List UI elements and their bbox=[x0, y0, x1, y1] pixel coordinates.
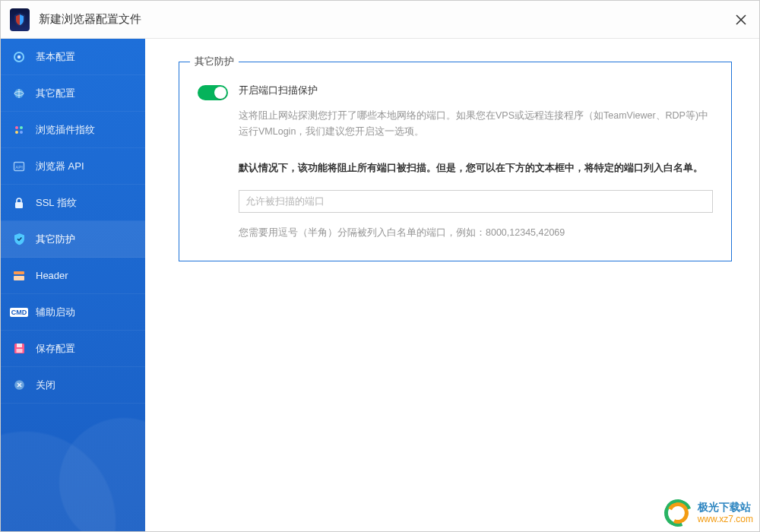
port-whitelist-input-wrap bbox=[239, 190, 713, 213]
gear-icon bbox=[11, 49, 27, 65]
sidebar-item-label: Header bbox=[36, 270, 68, 281]
svg-rect-14 bbox=[14, 271, 24, 274]
sidebar-item-ssl-fingerprint[interactable]: SSL 指纹 bbox=[1, 185, 145, 221]
sidebar-item-label: 保存配置 bbox=[36, 342, 75, 356]
svg-point-8 bbox=[20, 126, 23, 129]
sidebar-item-browser-api[interactable]: API 浏览器 API bbox=[1, 148, 145, 185]
svg-text:API: API bbox=[15, 165, 23, 169]
globe-icon bbox=[11, 86, 27, 101]
watermark-title: 极光下载站 bbox=[698, 501, 753, 514]
svg-point-3 bbox=[17, 55, 21, 58]
watermark-text: 极光下载站 www.xz7.com bbox=[698, 501, 753, 524]
toggle-knob bbox=[214, 87, 226, 99]
main-panel: 其它防护 开启端口扫描保护 这将阻止网站探测您打开了哪些本地网络的端口。如果您在… bbox=[145, 39, 759, 531]
sidebar-item-label: 其它防护 bbox=[36, 233, 75, 246]
port-whitelist-hint: 您需要用逗号（半角）分隔被列入白名单的端口，例如：8000,12345,4206… bbox=[239, 226, 713, 239]
title-bar: 新建浏览器配置文件 bbox=[1, 1, 759, 39]
port-scan-toggle-label: 开启端口扫描保护 bbox=[239, 84, 318, 97]
svg-rect-18 bbox=[16, 349, 22, 353]
sidebar-item-close[interactable]: 关闭 bbox=[1, 367, 145, 404]
shield-icon bbox=[11, 232, 27, 247]
terminal-icon: CMD bbox=[11, 305, 27, 320]
whitelist-instruction: 默认情况下，该功能将阻止所有端口被扫描。但是，您可以在下方的文本框中，将特定的端… bbox=[239, 159, 713, 176]
port-whitelist-input[interactable] bbox=[239, 190, 713, 213]
svg-point-9 bbox=[15, 131, 18, 134]
sidebar-item-label: 辅助启动 bbox=[36, 306, 75, 319]
svg-point-7 bbox=[15, 126, 18, 129]
sidebar-item-other-protection[interactable]: 其它防护 bbox=[1, 221, 145, 258]
sidebar-item-label: 浏览器 API bbox=[36, 160, 84, 173]
close-icon bbox=[736, 14, 746, 25]
app-logo-icon bbox=[10, 8, 30, 31]
watermark-logo-icon bbox=[664, 499, 692, 527]
save-icon bbox=[11, 341, 27, 356]
protection-fieldset: 其它防护 开启端口扫描保护 这将阻止网站探测您打开了哪些本地网络的端口。如果您在… bbox=[179, 62, 732, 261]
sidebar-item-header[interactable]: Header bbox=[1, 258, 145, 294]
sidebar: 基本配置 其它配置 浏览插件指纹 API bbox=[1, 39, 145, 531]
port-scan-description: 这将阻止网站探测您打开了哪些本地网络的端口。如果您在VPS或远程连接程序（如Te… bbox=[239, 108, 713, 141]
plugin-icon bbox=[11, 122, 27, 138]
sidebar-item-save-config[interactable]: 保存配置 bbox=[1, 331, 145, 367]
sidebar-item-label: 浏览插件指纹 bbox=[36, 123, 95, 137]
port-scan-protection-toggle[interactable] bbox=[198, 85, 228, 100]
port-scan-toggle-row: 开启端口扫描保护 bbox=[198, 84, 713, 100]
sidebar-item-label: SSL 指纹 bbox=[36, 196, 77, 210]
svg-point-10 bbox=[20, 131, 23, 134]
svg-rect-13 bbox=[15, 202, 23, 208]
sidebar-item-label: 关闭 bbox=[36, 378, 55, 392]
sidebar-item-aux-launch[interactable]: CMD 辅助启动 bbox=[1, 294, 145, 331]
sidebar-item-basic-config[interactable]: 基本配置 bbox=[1, 39, 145, 75]
api-icon: API bbox=[11, 159, 27, 174]
body-area: 基本配置 其它配置 浏览插件指纹 API bbox=[1, 39, 759, 531]
sidebar-item-label: 基本配置 bbox=[36, 50, 75, 64]
window-title: 新建浏览器配置文件 bbox=[39, 12, 141, 27]
sidebar-item-label: 其它配置 bbox=[36, 87, 75, 100]
close-button[interactable] bbox=[729, 8, 753, 32]
svg-rect-17 bbox=[17, 344, 22, 347]
watermark-url: www.xz7.com bbox=[698, 514, 753, 524]
app-window: 新建浏览器配置文件 基本配置 其它配置 bbox=[0, 0, 760, 532]
header-icon bbox=[11, 268, 27, 283]
sidebar-item-plugin-fingerprint[interactable]: 浏览插件指纹 bbox=[1, 112, 145, 148]
close-circle-icon bbox=[11, 378, 27, 393]
svg-rect-15 bbox=[14, 276, 24, 280]
fieldset-legend: 其它防护 bbox=[190, 55, 239, 68]
lock-icon bbox=[11, 195, 27, 211]
sidebar-item-other-config[interactable]: 其它配置 bbox=[1, 75, 145, 112]
watermark: 极光下载站 www.xz7.com bbox=[664, 499, 753, 527]
